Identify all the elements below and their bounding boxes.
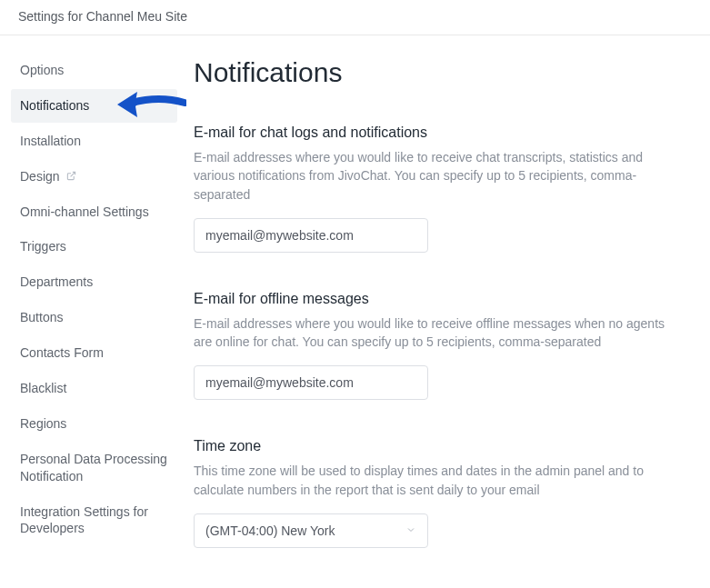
sidebar-item-label: Regions <box>20 416 66 431</box>
section-chat-logs: E-mail for chat logs and notifications E… <box>194 125 688 253</box>
svg-line-0 <box>71 172 75 176</box>
timezone-select[interactable]: (GMT-04:00) New York <box>194 513 428 548</box>
sidebar-item-gdpr[interactable]: Personal Data Processing Notification <box>11 443 177 493</box>
section-desc: E-mail addresses where you would like to… <box>194 314 685 352</box>
settings-container: Options Notifications Installation Desig… <box>0 35 710 588</box>
section-desc: This time zone will be used to display t… <box>194 462 685 499</box>
section-title: Time zone <box>194 438 688 454</box>
sidebar-item-label: Notifications <box>20 98 89 113</box>
sidebar-item-label: Omni-channel Settings <box>20 204 149 219</box>
settings-header: Settings for Channel Meu Site <box>0 0 710 35</box>
main-panel: Notifications E-mail for chat logs and n… <box>177 54 710 588</box>
chat-logs-email-input[interactable] <box>194 218 428 253</box>
sidebar-item-label: Installation <box>20 134 81 148</box>
external-link-icon <box>66 168 76 185</box>
page-title: Notifications <box>194 57 688 88</box>
section-timezone: Time zone This time zone will be used to… <box>194 438 688 548</box>
sidebar-item-triggers[interactable]: Triggers <box>11 230 177 264</box>
sidebar-item-regions[interactable]: Regions <box>11 407 177 441</box>
pointer-arrow-icon <box>114 86 186 123</box>
section-offline-messages: E-mail for offline messages E-mail addre… <box>194 291 688 401</box>
sidebar-item-contacts-form[interactable]: Contacts Form <box>11 336 177 370</box>
sidebar-item-label: Personal Data Processing Notification <box>20 452 167 483</box>
sidebar-item-options[interactable]: Options <box>11 54 177 87</box>
sidebar-item-label: Buttons <box>20 310 63 324</box>
section-title: E-mail for offline messages <box>194 291 688 307</box>
sidebar-item-label: Departments <box>20 274 93 289</box>
offline-email-input[interactable] <box>194 365 428 400</box>
sidebar-item-departments[interactable]: Departments <box>11 265 177 299</box>
sidebar: Options Notifications Installation Desig… <box>0 54 177 588</box>
timezone-value: (GMT-04:00) New York <box>205 523 335 538</box>
sidebar-item-notifications[interactable]: Notifications <box>11 89 177 123</box>
header-title: Settings for Channel Meu Site <box>18 9 187 24</box>
sidebar-item-design[interactable]: Design <box>11 160 177 194</box>
sidebar-item-label: Integration Settings for Developers <box>20 504 148 536</box>
sidebar-item-omni-channel[interactable]: Omni-channel Settings <box>11 195 177 229</box>
sidebar-item-installation[interactable]: Installation <box>11 125 177 158</box>
section-desc: E-mail addresses where you would like to… <box>194 148 685 204</box>
sidebar-item-label: Triggers <box>20 239 66 254</box>
sidebar-item-label: Blacklist <box>20 381 66 395</box>
sidebar-item-label: Options <box>20 63 64 77</box>
sidebar-item-buttons[interactable]: Buttons <box>11 301 177 334</box>
sidebar-item-label: Design <box>20 169 60 184</box>
sidebar-item-dev-integration[interactable]: Integration Settings for Developers <box>11 495 177 546</box>
sidebar-item-label: Contacts Form <box>20 345 104 360</box>
chevron-down-icon <box>405 523 416 538</box>
sidebar-item-blacklist[interactable]: Blacklist <box>11 372 177 405</box>
section-title: E-mail for chat logs and notifications <box>194 125 688 141</box>
